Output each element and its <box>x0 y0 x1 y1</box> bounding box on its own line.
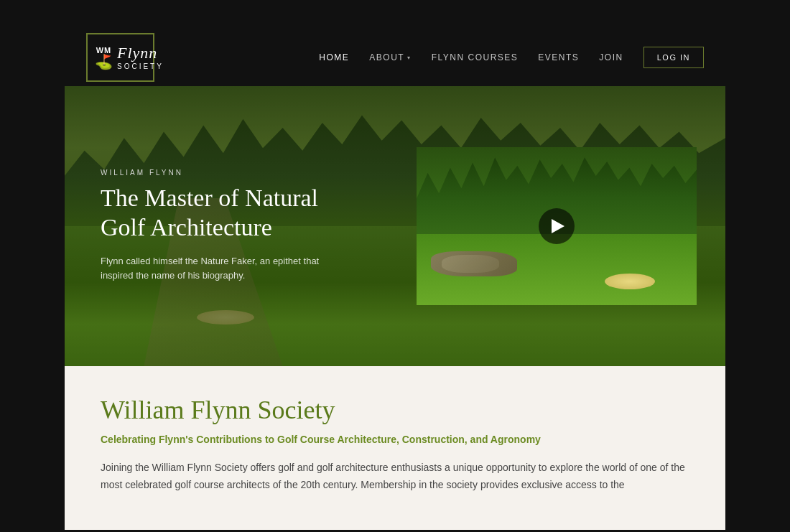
video-rocks <box>431 251 517 276</box>
chevron-down-icon: ▾ <box>407 55 412 61</box>
section-body: Joining the William Flynn Society offers… <box>101 459 689 494</box>
hero-section: WILLIAM FLYNN The Master of Natural Golf… <box>65 86 725 366</box>
play-icon <box>552 219 564 233</box>
play-button[interactable] <box>539 208 575 244</box>
section-subtitle: Celebrating Flynn's Contributions to Gol… <box>101 434 689 445</box>
hero-description: Flynn called himself the Nature Faker, a… <box>101 254 330 284</box>
section-title: William Flynn Society <box>101 395 689 425</box>
logo-society: Society <box>117 62 164 70</box>
hero-label: WILLIAM FLYNN <box>101 169 330 177</box>
main-nav: HOME ABOUT ▾ FLYNN COURSES EVENTS JOIN L… <box>319 47 704 68</box>
nav-home[interactable]: HOME <box>319 52 349 62</box>
hero-text-block: WILLIAM FLYNN The Master of Natural Golf… <box>101 169 330 284</box>
video-thumbnail[interactable] <box>417 147 697 305</box>
site-logo[interactable]: WM ⛳ Flynn Society <box>86 33 154 82</box>
logo-name: Flynn <box>117 45 164 62</box>
login-button[interactable]: LOG IN <box>643 47 704 68</box>
site-header: WM ⛳ Flynn Society HOME ABOUT ▾ FLYNN CO… <box>65 29 725 86</box>
hero-title: The Master of Natural Golf Architecture <box>101 184 330 243</box>
nav-about[interactable]: ABOUT ▾ <box>369 52 411 62</box>
main-content: William Flynn Society Celebrating Flynn'… <box>65 366 725 530</box>
nav-flynn-courses[interactable]: FLYNN COURSES <box>432 52 519 62</box>
golfer-icon: ⛳ <box>95 55 113 69</box>
nav-events[interactable]: EVENTS <box>538 52 579 62</box>
nav-join[interactable]: JOIN <box>599 52 623 62</box>
video-sand-bunker <box>605 274 655 289</box>
logo-wrapper[interactable]: WM ⛳ Flynn Society <box>86 33 154 82</box>
